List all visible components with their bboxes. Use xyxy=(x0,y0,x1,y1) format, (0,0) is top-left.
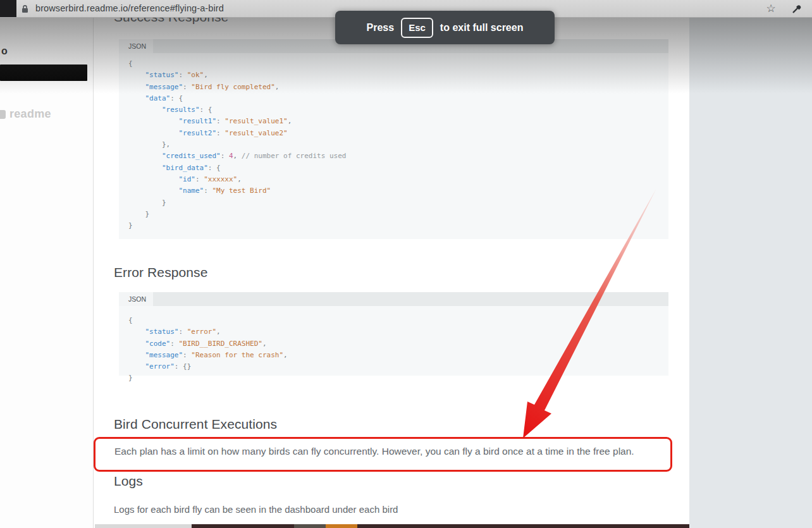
sidebar-selected-item[interactable] xyxy=(0,64,87,81)
lock-icon xyxy=(22,4,28,16)
concurrent-executions-heading: Bird Concurrent Executions xyxy=(114,417,277,432)
fullscreen-toast: Press Esc to exit full screen xyxy=(335,11,555,44)
readme-logo-icon xyxy=(0,110,6,119)
code-tab-bar: JSON xyxy=(119,292,668,306)
logs-paragraph: Logs for each bird fly can be seen in th… xyxy=(114,504,398,515)
page-root: o readme Success Response JSON { "status… xyxy=(0,0,812,528)
readme-logo[interactable]: readme xyxy=(0,107,51,121)
bottom-strip-gray xyxy=(294,524,326,528)
url-text: browserbird.readme.io/reference#flying-a… xyxy=(35,0,224,17)
star-icon[interactable]: ☆ xyxy=(763,1,778,16)
bottom-strip-orange xyxy=(326,524,357,528)
bottom-strip-light xyxy=(95,524,192,528)
error-response-code-block: JSON { "status": "error", "code": "BIRD_… xyxy=(119,292,668,376)
json-tab[interactable]: JSON xyxy=(119,39,153,53)
success-json-code: { "status": "ok", "message": "Bird fly c… xyxy=(119,53,668,239)
json-tab[interactable]: JSON xyxy=(119,292,153,306)
logs-heading: Logs xyxy=(114,474,143,489)
bottom-strip-dark xyxy=(192,524,689,528)
browser-corner xyxy=(0,0,16,17)
toast-press-label: Press xyxy=(367,22,395,34)
annotation-highlight-box: Each plan has a limit on how many birds … xyxy=(94,437,672,472)
success-response-code-block: JSON { "status": "ok", "message": "Bird … xyxy=(119,39,668,239)
concurrent-executions-text: Each plan has a limit on how many birds … xyxy=(114,446,634,457)
sidebar-text-fragment: o xyxy=(1,46,8,57)
esc-key-hint: Esc xyxy=(401,18,433,38)
error-json-code: { "status": "error", "code": "BIRD__BIRD… xyxy=(119,306,668,376)
right-gutter xyxy=(689,0,812,528)
error-response-heading: Error Response xyxy=(114,265,207,280)
eyedropper-icon[interactable] xyxy=(790,3,803,15)
toast-suffix-label: to exit full screen xyxy=(440,22,524,34)
readme-logo-text: readme xyxy=(9,107,51,121)
